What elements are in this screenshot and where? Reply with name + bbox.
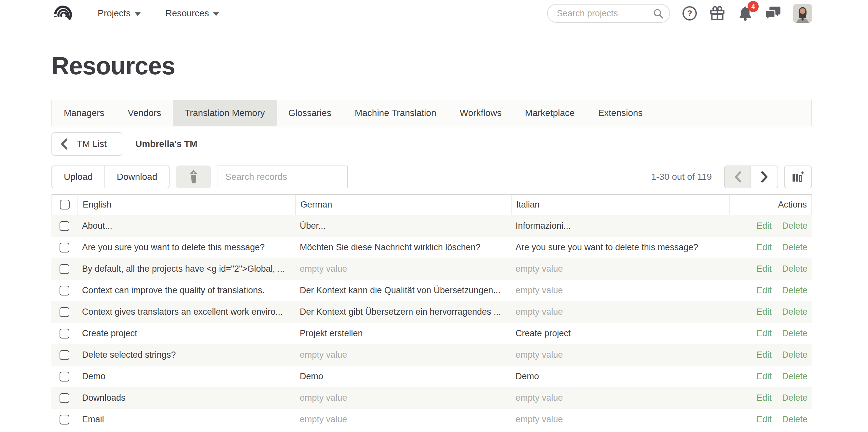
edit-link[interactable]: Edit bbox=[756, 285, 772, 295]
table-row: Context can improve the quality of trans… bbox=[52, 280, 812, 301]
chevron-down-icon bbox=[213, 12, 219, 16]
column-header-german: German bbox=[296, 195, 512, 215]
table-row: Delete selected strings? empty value emp… bbox=[52, 344, 812, 366]
question-mark-icon: ? bbox=[682, 6, 697, 21]
tab-marketplace[interactable]: Marketplace bbox=[513, 100, 587, 126]
cell-italian: empty value bbox=[511, 393, 729, 403]
main-nav: Projects Resources bbox=[98, 8, 219, 19]
row-checkbox[interactable] bbox=[60, 264, 69, 274]
delete-link[interactable]: Delete bbox=[782, 221, 807, 231]
edit-link[interactable]: Edit bbox=[756, 221, 772, 231]
help-button[interactable]: ? bbox=[682, 6, 697, 21]
download-button[interactable]: Download bbox=[105, 166, 170, 188]
app-logo[interactable] bbox=[52, 2, 73, 24]
cell-english: Context can improve the quality of trans… bbox=[78, 285, 295, 295]
row-checkbox[interactable] bbox=[60, 243, 69, 253]
cell-german: Demo bbox=[295, 371, 511, 381]
edit-link[interactable]: Edit bbox=[756, 371, 772, 381]
cell-english: By default, all the projects have <g id=… bbox=[78, 264, 295, 274]
edit-link[interactable]: Edit bbox=[756, 328, 772, 339]
cell-actions: Edit Delete bbox=[729, 393, 812, 403]
edit-link[interactable]: Edit bbox=[756, 242, 772, 253]
cell-italian: Informazioni... bbox=[511, 221, 729, 231]
tab-machine-translation[interactable]: Machine Translation bbox=[343, 100, 448, 126]
resources-tabbar: Managers Vendors Translation Memory Glos… bbox=[52, 100, 812, 126]
edit-link[interactable]: Edit bbox=[756, 264, 772, 274]
cell-actions: Edit Delete bbox=[729, 221, 812, 231]
table-row: By default, all the projects have <g id=… bbox=[52, 258, 812, 280]
cell-italian: empty value bbox=[511, 350, 729, 360]
row-checkbox[interactable] bbox=[60, 415, 69, 425]
projects-search-input[interactable] bbox=[556, 8, 651, 19]
row-checkbox[interactable] bbox=[60, 350, 69, 360]
table-row: Context gives translators an excellent w… bbox=[52, 301, 812, 323]
row-checkbox[interactable] bbox=[60, 372, 69, 381]
messages-button[interactable] bbox=[765, 6, 781, 21]
select-all-checkbox[interactable] bbox=[60, 200, 70, 209]
edit-link[interactable]: Edit bbox=[756, 350, 772, 360]
row-checkbox[interactable] bbox=[60, 221, 69, 231]
nav-resources-label: Resources bbox=[165, 8, 209, 19]
tab-extensions[interactable]: Extensions bbox=[587, 100, 654, 126]
edit-link[interactable]: Edit bbox=[756, 414, 772, 425]
row-checkbox[interactable] bbox=[60, 307, 69, 317]
row-checkbox[interactable] bbox=[60, 286, 69, 295]
notifications-button[interactable]: 4 bbox=[738, 5, 753, 21]
tm-name: Umbrella's TM bbox=[135, 139, 197, 149]
edit-link[interactable]: Edit bbox=[756, 307, 772, 317]
projects-search bbox=[547, 4, 670, 23]
table-row: Are you sure you want to delete this mes… bbox=[52, 237, 812, 258]
column-header-english: English bbox=[78, 195, 296, 215]
notification-badge: 4 bbox=[748, 1, 758, 12]
pagination-text: 1-30 out of 119 bbox=[651, 172, 712, 182]
cell-actions: Edit Delete bbox=[729, 307, 812, 317]
tab-vendors[interactable]: Vendors bbox=[116, 100, 173, 126]
tab-managers[interactable]: Managers bbox=[52, 100, 116, 126]
tab-workflows[interactable]: Workflows bbox=[448, 100, 513, 126]
delete-link[interactable]: Delete bbox=[782, 393, 807, 403]
nav-resources-menu[interactable]: Resources bbox=[165, 8, 219, 19]
delete-link[interactable]: Delete bbox=[782, 371, 807, 381]
delete-link[interactable]: Delete bbox=[782, 414, 807, 425]
delete-link[interactable]: Delete bbox=[782, 350, 807, 360]
delete-link[interactable]: Delete bbox=[782, 264, 807, 274]
gift-button[interactable] bbox=[709, 5, 725, 22]
previous-page-button[interactable] bbox=[725, 166, 751, 188]
table-row: About... Über... Informazioni... Edit De… bbox=[52, 215, 812, 237]
table-row: Create project Projekt erstellen Create … bbox=[52, 323, 812, 344]
cell-english: Create project bbox=[78, 328, 295, 339]
cell-italian: Demo bbox=[511, 371, 729, 381]
row-checkbox[interactable] bbox=[60, 393, 69, 403]
user-avatar[interactable] bbox=[793, 4, 812, 23]
app-logo-icon bbox=[52, 3, 73, 24]
search-records-input[interactable] bbox=[217, 166, 348, 188]
cell-actions: Edit Delete bbox=[729, 350, 812, 360]
manage-columns-button[interactable] bbox=[784, 166, 812, 188]
tm-records-table: English German Italian Actions About... … bbox=[52, 194, 812, 430]
cell-italian: empty value bbox=[511, 414, 729, 425]
back-to-tm-list-button[interactable]: TM List bbox=[52, 132, 122, 156]
cell-german: empty value bbox=[295, 350, 511, 360]
edit-link[interactable]: Edit bbox=[756, 393, 772, 403]
cell-actions: Edit Delete bbox=[729, 414, 812, 425]
chat-bubbles-icon bbox=[765, 6, 781, 21]
upload-button[interactable]: Upload bbox=[52, 166, 105, 188]
delete-link[interactable]: Delete bbox=[782, 285, 807, 295]
cell-german: empty value bbox=[295, 393, 511, 403]
tab-glossaries[interactable]: Glossaries bbox=[277, 100, 343, 126]
cell-german: empty value bbox=[295, 414, 511, 425]
columns-plus-icon bbox=[792, 170, 805, 183]
cell-english: Delete selected strings? bbox=[78, 350, 295, 360]
main-content: Resources Managers Vendors Translation M… bbox=[0, 52, 868, 430]
delete-records-button[interactable] bbox=[176, 166, 211, 188]
next-page-button[interactable] bbox=[751, 166, 777, 188]
cell-italian: empty value bbox=[511, 307, 729, 317]
avatar-image bbox=[793, 4, 812, 23]
tab-translation-memory[interactable]: Translation Memory bbox=[173, 100, 276, 126]
delete-link[interactable]: Delete bbox=[782, 328, 807, 339]
nav-projects-menu[interactable]: Projects bbox=[98, 8, 141, 19]
delete-link[interactable]: Delete bbox=[782, 307, 807, 317]
delete-link[interactable]: Delete bbox=[782, 242, 807, 253]
row-checkbox[interactable] bbox=[60, 329, 69, 339]
cell-actions: Edit Delete bbox=[729, 371, 812, 381]
